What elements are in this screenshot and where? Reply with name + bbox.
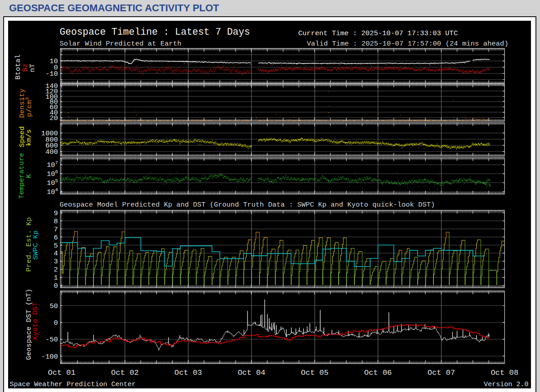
svg-text:-50: -50 <box>45 336 58 344</box>
svg-text:Kyoto DST: Kyoto DST <box>31 302 39 340</box>
svg-text:7: 7 <box>54 226 58 234</box>
svg-text:nT: nT <box>28 64 37 72</box>
svg-text:3: 3 <box>54 258 58 266</box>
svg-text:Btotal: Btotal <box>14 55 22 80</box>
svg-text:0: 0 <box>54 282 58 290</box>
svg-text:0: 0 <box>54 319 58 327</box>
svg-text:Oct 04: Oct 04 <box>237 369 265 377</box>
svg-text:Oct 08: Oct 08 <box>491 369 518 377</box>
svg-text:8: 8 <box>54 217 58 226</box>
svg-text:Oct 07: Oct 07 <box>428 369 455 377</box>
svg-text:Oct 06: Oct 06 <box>364 369 392 377</box>
svg-text:Oct 02: Oct 02 <box>111 369 139 377</box>
svg-text:5: 5 <box>54 242 58 250</box>
svg-text:K: K <box>25 174 33 178</box>
svg-text:Oct 05: Oct 05 <box>301 369 328 377</box>
svg-text:2: 2 <box>54 266 58 274</box>
svg-text:Geospace Timeline : Latest 7 D: Geospace Timeline : Latest 7 Days <box>60 27 250 37</box>
svg-text:-10: -10 <box>45 70 58 78</box>
svg-text:Geospace Model Predicted Kp an: Geospace Model Predicted Kp and DST (Gro… <box>60 201 435 209</box>
svg-text:400: 400 <box>45 148 58 156</box>
svg-text:9: 9 <box>54 209 58 217</box>
svg-text:20: 20 <box>50 114 58 122</box>
svg-text:-100: -100 <box>41 353 58 361</box>
svg-text:Oct 03: Oct 03 <box>174 369 202 377</box>
svg-text:Version 2.0: Version 2.0 <box>484 381 528 388</box>
svg-text:6: 6 <box>54 234 58 242</box>
svg-text:Solar Wind Predicted at Earth: Solar Wind Predicted at Earth <box>60 40 182 48</box>
svg-text:Oct 01: Oct 01 <box>48 369 75 377</box>
svg-text:1: 1 <box>54 274 58 282</box>
svg-text:p/cm3: p/cm3 <box>24 97 33 117</box>
svg-text:Valid Time : 2025-10-07 17:57:: Valid Time : 2025-10-07 17:57:00 (24 min… <box>307 40 508 48</box>
svg-text:4: 4 <box>54 249 58 258</box>
svg-text:Current Time : 2025-10-07 17:3: Current Time : 2025-10-07 17:33:03 UTC <box>298 29 458 37</box>
svg-text:km/s: km/s <box>25 129 33 146</box>
svg-text:50: 50 <box>50 302 58 310</box>
svg-text:SWPC Kp: SWPC Kp <box>32 231 40 260</box>
svg-text:Space Weather Prediction Cente: Space Weather Prediction Center <box>10 381 136 388</box>
